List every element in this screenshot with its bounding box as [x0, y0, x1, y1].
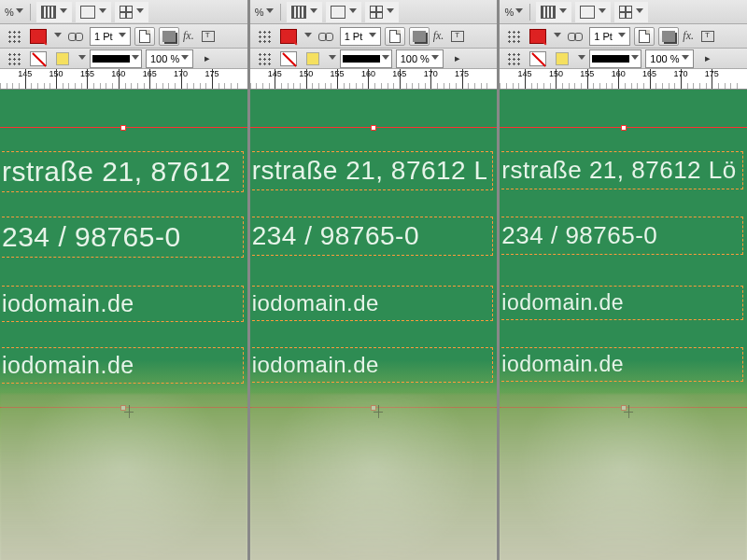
stroke-align-button[interactable]	[134, 27, 155, 46]
overflow-button[interactable]: ▸	[447, 49, 468, 68]
stroke-weight-combo[interactable]: 1 Pt	[340, 27, 381, 46]
frame-options-menu[interactable]	[536, 2, 571, 22]
quick-apply-button[interactable]	[447, 27, 468, 46]
text-frame-domain-2[interactable]: iodomain.de	[250, 347, 494, 383]
guide-line[interactable]	[0, 127, 247, 128]
text-phone[interactable]: 234 / 98765-0	[501, 221, 737, 250]
chevron-down-icon	[431, 55, 439, 63]
fx-label[interactable]: fx.	[683, 29, 694, 43]
text-frame-address[interactable]: rstraße 21, 87612 L	[250, 151, 494, 190]
chevron-down-icon	[387, 8, 394, 16]
text-domain-1[interactable]: iodomain.de	[2, 290, 237, 317]
quick-apply-button[interactable]	[698, 27, 718, 46]
fill-none-button[interactable]	[28, 49, 49, 68]
drop-shadow-button[interactable]	[658, 27, 679, 46]
stroke-style-combo[interactable]	[90, 49, 142, 68]
fill-none-button[interactable]	[278, 49, 299, 68]
document-canvas[interactable]: rstraße 21, 87612 L 234 / 98765-0 iodoma…	[250, 90, 498, 560]
overflow-button[interactable]: ▸	[698, 49, 718, 68]
text-frame-phone[interactable]: 234 / 98765-0	[500, 217, 743, 255]
text-frame-phone[interactable]: 234 / 98765-0	[0, 217, 244, 258]
opacity-combo[interactable]: 100 %	[146, 49, 193, 68]
structure-dropdown[interactable]	[4, 49, 24, 68]
arrange-menu[interactable]	[365, 2, 399, 22]
quick-apply-button[interactable]	[198, 27, 218, 46]
fill-none-button[interactable]	[528, 49, 548, 68]
anchor-corner-button[interactable]	[503, 27, 524, 46]
text-address[interactable]: rstraße 21, 87612 Lö	[501, 156, 737, 185]
frame-options-menu[interactable]	[287, 2, 322, 22]
text-phone[interactable]: 234 / 98765-0	[2, 221, 237, 253]
text-frame-domain-1[interactable]: iodomain.de	[0, 286, 244, 322]
text-phone[interactable]: 234 / 98765-0	[252, 221, 487, 251]
text-domain-1[interactable]: iodomain.de	[252, 290, 487, 316]
document-canvas[interactable]: rstraße 21, 87612 Lö 234 / 98765-0 iodom…	[500, 90, 747, 560]
fitting-menu[interactable]	[326, 2, 361, 22]
opacity-value: 100 %	[150, 53, 179, 64]
guide-line[interactable]	[250, 127, 498, 128]
stroke-style-combo[interactable]	[589, 49, 641, 68]
chevron-down-icon	[78, 55, 86, 63]
structure-dropdown[interactable]	[503, 49, 524, 68]
fx-label[interactable]: fx.	[433, 29, 444, 43]
text-frame-domain-1[interactable]: iodomain.de	[250, 286, 494, 321]
opacity-combo[interactable]: 100 %	[396, 49, 444, 68]
chevron-down-icon	[119, 33, 126, 40]
horizontal-ruler[interactable]: 145150155160165170175	[250, 69, 498, 90]
stroke-weight-combo[interactable]: 1 Pt	[90, 27, 131, 46]
text-address[interactable]: rstraße 21, 87612	[2, 156, 237, 188]
zoom-dropdown[interactable]: %	[254, 3, 275, 21]
swatch-yellow-button[interactable]	[52, 49, 73, 68]
text-domain-2[interactable]: iodomain.de	[2, 352, 237, 379]
no-fill-button[interactable]	[528, 27, 548, 46]
overflow-button[interactable]: ▸	[197, 49, 218, 68]
reference-point-icon	[507, 30, 520, 43]
fitting-menu[interactable]	[76, 2, 111, 22]
anchor-corner-button[interactable]	[4, 27, 24, 46]
stroke-weight-combo[interactable]: 1 Pt	[589, 27, 630, 46]
guide-handle[interactable]	[371, 125, 376, 131]
guide-handle[interactable]	[621, 125, 627, 131]
text-domain-2[interactable]: iodomain.de	[252, 352, 487, 378]
text-frame-domain-1[interactable]: iodomain.de	[500, 286, 743, 320]
constrain-proportions-button[interactable]	[316, 27, 336, 46]
horizontal-ruler[interactable]: 145150155160165170175	[0, 69, 247, 90]
text-domain-1[interactable]: iodomain.de	[501, 290, 737, 315]
no-fill-button[interactable]	[28, 27, 49, 46]
arrange-menu[interactable]	[614, 2, 648, 22]
toolbar-separator	[30, 4, 31, 21]
swatch-yellow-button[interactable]	[552, 49, 572, 68]
drop-shadow-button[interactable]	[159, 27, 179, 46]
guide-handle[interactable]	[120, 125, 126, 131]
structure-dropdown[interactable]	[254, 49, 275, 68]
constrain-proportions-button[interactable]	[65, 27, 86, 46]
text-frame-address[interactable]: rstraße 21, 87612	[0, 151, 244, 192]
drop-shadow-button[interactable]	[409, 27, 430, 46]
quick-apply-icon	[202, 31, 215, 42]
swatch-yellow-button[interactable]	[303, 49, 323, 68]
horizontal-ruler[interactable]: 145150155160165170175	[500, 69, 747, 90]
text-frame-domain-2[interactable]: iodomain.de	[0, 347, 244, 384]
chevron-down-icon	[99, 8, 106, 16]
text-frame-domain-2[interactable]: iodomain.de	[500, 347, 743, 382]
none-swatch-icon	[280, 51, 297, 66]
stroke-align-button[interactable]	[634, 27, 655, 46]
document-canvas[interactable]: rstraße 21, 87612 234 / 98765-0 iodomain…	[0, 90, 247, 560]
stroke-style-combo[interactable]	[340, 49, 392, 68]
fx-label[interactable]: fx.	[183, 29, 194, 43]
text-domain-2[interactable]: iodomain.de	[501, 352, 737, 377]
arrange-menu[interactable]	[115, 2, 148, 22]
no-fill-button[interactable]	[278, 27, 299, 46]
text-frame-phone[interactable]: 234 / 98765-0	[250, 217, 494, 256]
constrain-proportions-button[interactable]	[565, 27, 585, 46]
text-address[interactable]: rstraße 21, 87612 L	[252, 156, 487, 186]
anchor-corner-button[interactable]	[254, 27, 275, 46]
stroke-align-button[interactable]	[385, 27, 405, 46]
text-frame-address[interactable]: rstraße 21, 87612 Lö	[500, 151, 743, 189]
frame-options-menu[interactable]	[36, 2, 72, 22]
opacity-combo[interactable]: 100 %	[645, 49, 693, 68]
fitting-menu[interactable]	[575, 2, 611, 22]
zoom-dropdown[interactable]: %	[4, 3, 24, 21]
guide-line[interactable]	[500, 127, 747, 128]
zoom-dropdown[interactable]: %	[503, 3, 524, 21]
